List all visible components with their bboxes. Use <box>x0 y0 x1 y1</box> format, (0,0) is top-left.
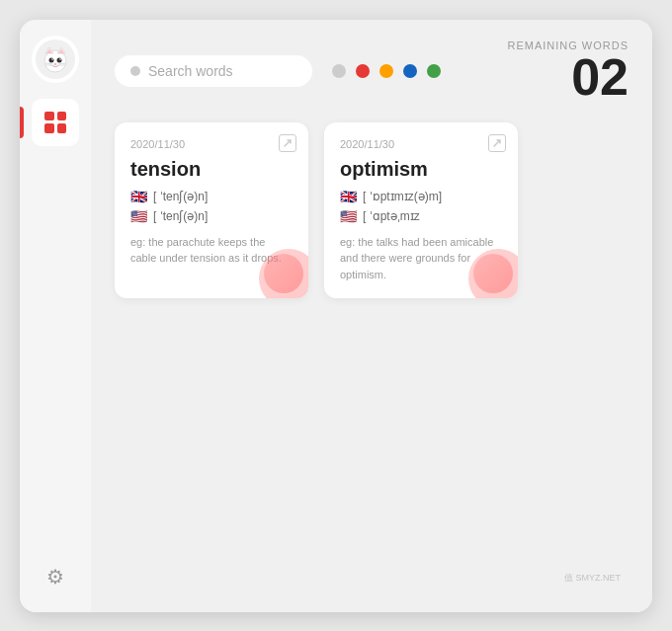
svg-point-7 <box>57 57 62 62</box>
phonetic-uk-text: [ ˈtenʃ(ə)n] <box>153 190 208 203</box>
sidebar: ⚙ <box>20 20 91 612</box>
export-icon[interactable] <box>488 134 506 152</box>
card-word: optimism <box>340 158 502 181</box>
phonetic-us-text: [ ˈtenʃ(ə)n] <box>153 209 208 223</box>
export-icon[interactable] <box>279 134 296 152</box>
filter-dots <box>332 64 441 78</box>
card-date: 2020/11/30 <box>130 138 293 150</box>
phonetic-uk: 🇬🇧 [ ˈtenʃ(ə)n] <box>130 189 293 204</box>
word-card-tension: 2020/11/30 tension 🇬🇧 [ ˈtenʃ(ə)n] 🇺🇸 [ … <box>115 122 308 299</box>
filter-dot-yellow[interactable] <box>379 64 393 78</box>
uk-flag-icon: 🇬🇧 <box>130 189 147 204</box>
svg-point-6 <box>49 57 54 62</box>
watermark: 值 SMYZ.NET <box>107 572 621 585</box>
filter-dot-all[interactable] <box>332 64 346 78</box>
search-placeholder: Search words <box>148 63 233 79</box>
phonetic-us-text: [ ˈɑptəˌmɪz <box>363 209 420 223</box>
filter-dot-red[interactable] <box>356 64 370 78</box>
remaining-count: 02 <box>507 51 629 103</box>
top-bar: Search words REMAINING WORDS 02 <box>115 39 629 103</box>
main-content: Search words REMAINING WORDS 02 2020/11/… <box>91 20 652 612</box>
remaining-section: REMAINING WORDS 02 <box>507 39 629 103</box>
svg-point-10 <box>54 63 57 65</box>
phonetic-uk: 🇬🇧 [ ˈɒptɪmɪz(ə)m] <box>340 189 502 204</box>
card-phonetics: 🇬🇧 [ ˈɒptɪmɪz(ə)m] 🇺🇸 [ ˈɑptəˌmɪz <box>340 189 502 224</box>
phonetic-us: 🇺🇸 [ ˈɑptəˌmɪz <box>340 208 502 224</box>
phonetic-us: 🇺🇸 [ ˈtenʃ(ə)n] <box>130 208 293 224</box>
phonetic-uk-text: [ ˈɒptɪmɪz(ə)m] <box>363 190 442 203</box>
app-container: ⚙ Search words REMAINING WORDS <box>20 20 652 612</box>
search-box[interactable]: Search words <box>115 55 312 87</box>
card-decoration-2 <box>264 254 303 293</box>
sidebar-item-words[interactable] <box>32 99 79 146</box>
card-word: tension <box>130 158 293 181</box>
us-flag-icon: 🇺🇸 <box>130 208 147 224</box>
card-decoration-2 <box>473 254 513 293</box>
settings-button[interactable]: ⚙ <box>46 565 64 589</box>
filter-dot-blue[interactable] <box>403 64 417 78</box>
svg-point-8 <box>51 58 53 60</box>
card-date: 2020/11/30 <box>340 138 502 150</box>
svg-point-9 <box>59 58 61 60</box>
uk-flag-icon: 🇬🇧 <box>340 189 357 204</box>
avatar[interactable] <box>32 36 79 83</box>
cards-container: 2020/11/30 tension 🇬🇧 [ ˈtenʃ(ə)n] 🇺🇸 [ … <box>115 122 629 299</box>
grid-icon <box>44 112 66 133</box>
filter-dot-green[interactable] <box>427 64 441 78</box>
search-icon <box>130 66 140 76</box>
word-card-optimism: 2020/11/30 optimism 🇬🇧 [ ˈɒptɪmɪz(ə)m] 🇺… <box>324 122 518 299</box>
us-flag-icon: 🇺🇸 <box>340 208 357 224</box>
card-phonetics: 🇬🇧 [ ˈtenʃ(ə)n] 🇺🇸 [ ˈtenʃ(ə)n] <box>130 189 293 224</box>
